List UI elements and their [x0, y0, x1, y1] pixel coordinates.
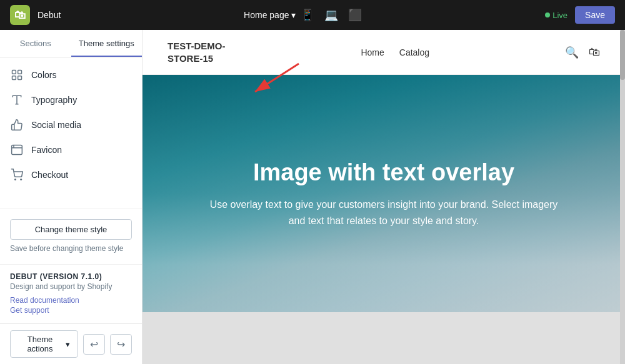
checkout-icon: [10, 169, 24, 181]
redo-icon: ↪: [117, 338, 125, 350]
hero-subtitle: Use overlay text to give your customers …: [202, 197, 565, 229]
svg-point-6: [21, 179, 22, 180]
nav-catalog[interactable]: Catalog: [399, 47, 429, 57]
shopify-logo: 🛍: [10, 5, 30, 25]
get-support-link[interactable]: Get support: [10, 306, 132, 315]
nav-home[interactable]: Home: [361, 47, 384, 57]
scrollbar-thumb[interactable]: [620, 30, 625, 80]
favicon-icon: [10, 144, 24, 156]
top-bar-right: Live Save: [545, 6, 615, 24]
typography-icon: [10, 94, 24, 106]
tab-sections[interactable]: Sections: [0, 30, 71, 57]
svg-rect-1: [18, 71, 22, 74]
hero-section: Image with text overlay Use overlay text…: [142, 75, 625, 312]
sidebar-item-typography[interactable]: Typography: [0, 87, 142, 112]
read-documentation-link[interactable]: Read documentation: [10, 296, 132, 305]
site-header: TEST-DEMO-STORE-15 Home Catalog 🔍 🛍: [142, 30, 625, 75]
social-media-label: Social media: [31, 120, 81, 130]
preview-area: TEST-DEMO-STORE-15 Home Catalog 🔍 🛍: [142, 30, 625, 364]
site-logo: TEST-DEMO-STORE-15: [168, 40, 226, 64]
shopify-logo-char: 🛍: [14, 9, 26, 22]
svg-rect-4: [12, 145, 22, 155]
live-dot: [545, 12, 550, 17]
favicon-label: Favicon: [31, 145, 62, 155]
sidebar-menu: Colors Typography Social media: [0, 57, 142, 209]
theme-actions-button[interactable]: Theme actions ▾: [10, 330, 78, 358]
preview-inner: TEST-DEMO-STORE-15 Home Catalog 🔍 🛍: [142, 30, 625, 364]
site-preview: TEST-DEMO-STORE-15 Home Catalog 🔍 🛍: [142, 30, 625, 312]
top-bar: 🛍 Debut Home page ▾ 📱 💻 ⬛ Live Save: [0, 0, 625, 30]
social-media-icon: [10, 119, 24, 131]
store-name: Debut: [38, 10, 61, 20]
preview-scrollbar[interactable]: [620, 30, 625, 364]
typography-label: Typography: [31, 95, 77, 105]
version-info: DEBUT (VERSION 7.1.0) Design and support…: [0, 264, 142, 323]
top-bar-left: 🛍 Debut: [10, 5, 61, 25]
svg-rect-2: [12, 76, 16, 80]
sidebar-item-colors[interactable]: Colors: [0, 62, 142, 87]
desktop-view-icon[interactable]: ⬛: [348, 8, 362, 22]
sidebar: Sections Theme settings Colors: [0, 30, 142, 364]
colors-icon: [10, 69, 24, 81]
checkout-label: Checkout: [31, 170, 68, 180]
top-bar-center: Home page ▾ 📱 💻 ⬛: [244, 8, 362, 22]
tab-theme-settings[interactable]: Theme settings: [71, 30, 142, 57]
svg-rect-0: [12, 71, 16, 74]
sidebar-footer: Theme actions ▾ ↩ ↪: [0, 323, 142, 364]
live-label: Live: [552, 11, 568, 20]
sidebar-item-checkout[interactable]: Checkout: [0, 162, 142, 187]
theme-actions-chevron-icon: ▾: [66, 340, 70, 349]
sidebar-item-favicon[interactable]: Favicon: [0, 137, 142, 162]
sidebar-tabs: Sections Theme settings: [0, 30, 142, 57]
site-nav: Home Catalog: [361, 47, 429, 57]
tablet-view-icon[interactable]: 💻: [324, 8, 338, 22]
svg-rect-3: [18, 76, 22, 80]
page-selector-label: Home page: [244, 10, 289, 20]
version-title: DEBUT (VERSION 7.1.0): [10, 272, 132, 281]
viewport-icons: 📱 💻 ⬛: [301, 8, 362, 22]
colors-label: Colors: [31, 70, 56, 80]
hero-content: Image with text overlay Use overlay text…: [165, 159, 602, 229]
mobile-view-icon[interactable]: 📱: [301, 8, 314, 22]
theme-actions-label: Theme actions: [18, 335, 62, 353]
tab-sections-label: Sections: [20, 39, 51, 48]
change-theme-style-button[interactable]: Change theme style: [10, 219, 132, 240]
svg-point-5: [15, 179, 16, 180]
hero-title: Image with text overlay: [202, 159, 565, 187]
chevron-down-icon: ▾: [291, 10, 296, 20]
theme-style-section: Change theme style Save before changing …: [0, 209, 142, 264]
change-theme-hint: Save before changing theme style: [10, 243, 132, 254]
page-selector-button[interactable]: Home page ▾: [244, 10, 296, 20]
tab-theme-settings-label: Theme settings: [79, 39, 134, 48]
redo-button[interactable]: ↪: [110, 334, 132, 355]
version-subtitle: Design and support by Shopify: [10, 282, 132, 291]
save-button[interactable]: Save: [575, 6, 615, 24]
undo-icon: ↩: [90, 338, 98, 350]
site-search-icon[interactable]: 🔍: [565, 46, 579, 59]
site-cart-icon[interactable]: 🛍: [589, 46, 600, 59]
undo-button[interactable]: ↩: [83, 334, 105, 355]
sidebar-item-social-media[interactable]: Social media: [0, 112, 142, 137]
live-badge: Live: [545, 11, 568, 20]
main-layout: Sections Theme settings Colors: [0, 30, 625, 364]
site-header-icons: 🔍 🛍: [565, 46, 600, 59]
